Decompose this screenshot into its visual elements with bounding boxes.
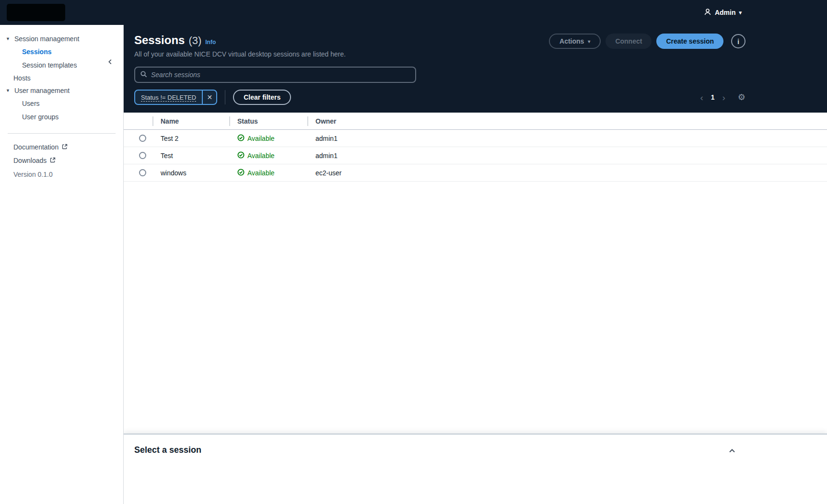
caret-down-icon: ▾ — [588, 39, 590, 44]
sidebar-group-session-management[interactable]: ▼ Session management — [0, 33, 123, 45]
external-link-icon — [50, 157, 56, 164]
filter-separator — [225, 90, 225, 104]
top-navigation: Admin ▾ — [0, 0, 827, 25]
sidebar: ▼ Session management Sessions Session te… — [0, 25, 124, 504]
remove-filter-button[interactable]: ✕ — [202, 91, 216, 104]
filter-chip: Status != DELETED ✕ — [134, 90, 217, 105]
table-row[interactable]: Test Available admin1 — [124, 147, 827, 164]
session-owner: ec2-user — [307, 169, 827, 177]
sidebar-divider — [8, 133, 116, 134]
sidebar-item-user-groups[interactable]: User groups — [0, 110, 123, 124]
row-radio-button[interactable] — [139, 169, 146, 176]
row-radio-button[interactable] — [139, 152, 146, 159]
search-icon — [140, 70, 147, 80]
table-header: Name Status Owner — [124, 113, 827, 130]
connect-button[interactable]: Connect — [606, 34, 652, 49]
caret-down-icon: ▾ — [739, 10, 742, 16]
sidebar-group-label: User management — [14, 87, 70, 94]
status-available-icon — [237, 134, 245, 143]
session-name: Test — [152, 152, 229, 160]
column-header-name: Name — [152, 113, 229, 129]
session-name: windows — [152, 169, 229, 177]
pagination: ‹ 1 › ⚙ — [697, 93, 745, 102]
table-row[interactable]: Test 2 Available admin1 — [124, 130, 827, 147]
page-subtitle: All of your available NICE DCV virtual d… — [134, 50, 346, 58]
table-row[interactable]: windows Available ec2-user — [124, 164, 827, 182]
sidebar-group-label: Hosts — [13, 74, 31, 82]
status-badge: Available — [247, 135, 275, 142]
sidebar-collapse-button[interactable] — [107, 58, 114, 65]
sidebar-item-users[interactable]: Users — [0, 97, 123, 110]
row-radio-button[interactable] — [139, 135, 146, 142]
filter-chip-label: Status != DELETED — [135, 91, 202, 104]
status-available-icon — [237, 169, 245, 177]
external-link-icon — [62, 143, 68, 151]
sidebar-item-hosts[interactable]: Hosts — [0, 72, 123, 84]
sidebar-item-sessions[interactable]: Sessions — [0, 45, 123, 58]
status-badge: Available — [247, 169, 275, 177]
main-content: Sessions (3) Info All of your available … — [124, 25, 827, 504]
user-menu[interactable]: Admin ▾ — [704, 8, 742, 17]
create-session-button[interactable]: Create session — [656, 34, 723, 49]
search-box — [134, 67, 416, 83]
session-name: Test 2 — [152, 135, 229, 142]
sidebar-link-downloads[interactable]: Downloads — [0, 154, 123, 167]
status-badge: Available — [247, 152, 275, 160]
session-owner: admin1 — [307, 135, 827, 142]
expander-icon: ▼ — [6, 88, 10, 93]
search-input[interactable] — [151, 71, 410, 79]
split-panel: Select a session — [124, 434, 827, 504]
sidebar-group-user-management[interactable]: ▼ User management — [0, 84, 123, 97]
settings-gear-icon[interactable]: ⚙ — [738, 93, 745, 102]
info-link[interactable]: Info — [205, 39, 216, 46]
sidebar-item-session-templates[interactable]: Session templates — [0, 58, 123, 72]
split-panel-title: Select a session — [134, 445, 201, 455]
next-page-button[interactable]: › — [720, 93, 728, 102]
page-header: Sessions (3) Info All of your available … — [124, 25, 827, 113]
column-header-status: Status — [229, 113, 307, 129]
status-available-icon — [237, 151, 245, 160]
session-owner: admin1 — [307, 152, 827, 160]
sidebar-group-label: Session management — [14, 35, 79, 43]
column-header-owner: Owner — [307, 113, 827, 129]
sidebar-link-documentation[interactable]: Documentation — [0, 140, 123, 154]
logo[interactable] — [7, 4, 65, 21]
version-label: Version 0.1.0 — [0, 167, 123, 178]
actions-button[interactable]: Actions ▾ — [549, 34, 601, 49]
expander-icon: ▼ — [6, 36, 10, 41]
page-title: Sessions — [134, 34, 185, 47]
previous-page-button[interactable]: ‹ — [697, 93, 706, 102]
clear-filters-button[interactable]: Clear filters — [233, 90, 291, 105]
page-count: (3) — [188, 34, 201, 47]
sessions-table: Name Status Owner Test 2 Available admin… — [124, 113, 827, 182]
page-number[interactable]: 1 — [708, 93, 718, 101]
info-button[interactable]: i — [731, 34, 745, 48]
user-icon — [704, 8, 711, 17]
user-name: Admin — [715, 9, 736, 16]
chevron-up-icon[interactable] — [726, 445, 738, 457]
